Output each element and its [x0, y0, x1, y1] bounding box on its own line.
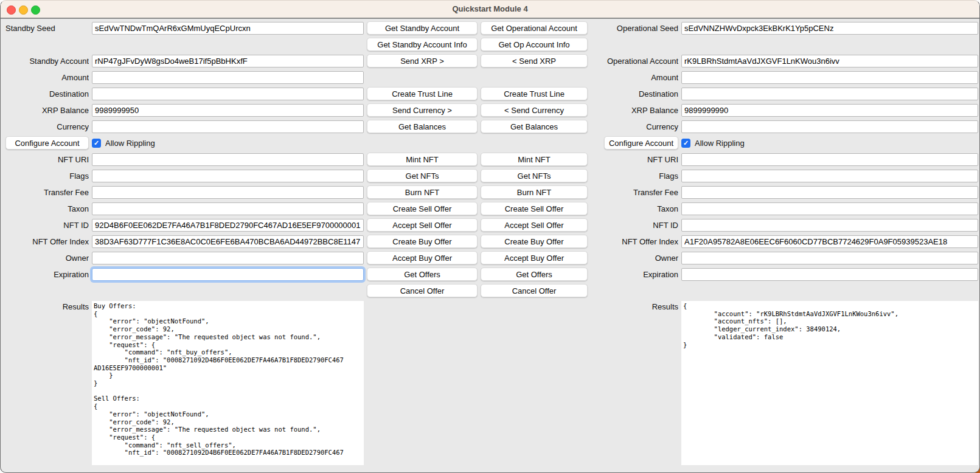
standby-destination-input[interactable] [92, 88, 364, 100]
standby-results-textarea[interactable]: Buy Offers: { "error": "objectNotFound",… [92, 301, 364, 465]
minimize-window-button[interactable] [19, 5, 28, 15]
screen: Quickstart Module 4 Standby Seed Standby… [0, 0, 980, 473]
accept-buy-offer-operational-button[interactable]: Accept Buy Offer [481, 251, 588, 264]
standby-owner-label: Owner [5, 250, 89, 266]
operational-nft-uri-label: NFT URI [591, 151, 678, 168]
standby-amount-input[interactable] [92, 71, 364, 84]
operational-account-label: Operational Account [591, 53, 678, 69]
get-balances-standby-button[interactable]: Get Balances [367, 120, 478, 133]
standby-nft-id-input[interactable] [92, 219, 364, 232]
operational-allow-rippling-row: ✓ Allow Rippling [681, 135, 978, 151]
accept-buy-offer-standby-button[interactable]: Accept Buy Offer [367, 251, 478, 264]
operational-expiration-label: Expiration [591, 266, 678, 283]
send-currency-left-button[interactable]: < Send Currency [481, 103, 588, 117]
window-title: Quickstart Module 4 [1, 1, 979, 18]
standby-nft-uri-input[interactable] [92, 153, 364, 166]
standby-flags-input[interactable] [92, 170, 364, 182]
operational-owner-label: Owner [591, 250, 678, 266]
get-op-account-info-button[interactable]: Get Op Account Info [481, 38, 588, 51]
get-offers-operational-button[interactable]: Get Offers [481, 268, 588, 281]
operational-owner-input[interactable] [681, 252, 978, 264]
operational-destination-label: Destination [591, 86, 678, 102]
cancel-offer-standby-button[interactable]: Cancel Offer [367, 284, 478, 297]
operational-currency-input[interactable] [681, 120, 978, 133]
operational-expiration-input[interactable] [681, 268, 978, 281]
standby-nft-uri-label: NFT URI [5, 151, 89, 168]
standby-configure-account-button[interactable]: Configure Account [5, 136, 89, 150]
operational-nft-offer-index-label: NFT Offer Index [591, 233, 678, 250]
operational-allow-rippling-checkbox[interactable]: ✓ [681, 139, 690, 148]
standby-currency-input[interactable] [92, 120, 364, 133]
operational-amount-input[interactable] [681, 71, 978, 84]
standby-destination-label: Destination [5, 86, 89, 102]
create-sell-offer-standby-button[interactable]: Create Sell Offer [367, 202, 478, 215]
send-currency-right-button[interactable]: Send Currency > [367, 103, 478, 117]
standby-expiration-input[interactable] [92, 268, 364, 281]
mint-nft-operational-button[interactable]: Mint NFT [481, 153, 588, 166]
standby-account-input[interactable] [92, 55, 364, 67]
standby-flags-label: Flags [5, 168, 89, 184]
send-xrp-right-button[interactable]: Send XRP > [367, 54, 478, 67]
standby-allow-rippling-label: Allow Rippling [105, 135, 155, 151]
standby-owner-input[interactable] [92, 252, 364, 264]
burn-nft-standby-button[interactable]: Burn NFT [367, 185, 478, 199]
create-trust-line-operational-button[interactable]: Create Trust Line [481, 87, 588, 100]
operational-taxon-input[interactable] [681, 202, 978, 215]
standby-results-label: Results [5, 299, 89, 314]
standby-expiration-label: Expiration [5, 266, 89, 283]
standby-taxon-input[interactable] [92, 202, 364, 215]
burn-nft-operational-button[interactable]: Burn NFT [481, 185, 588, 199]
operational-xrp-balance-label: XRP Balance [591, 102, 678, 119]
zoom-window-button[interactable] [31, 5, 40, 15]
standby-seed-label: Standby Seed [5, 20, 89, 36]
create-buy-offer-operational-button[interactable]: Create Buy Offer [481, 235, 588, 248]
send-xrp-left-button[interactable]: < Send XRP [481, 54, 588, 67]
standby-taxon-label: Taxon [5, 201, 89, 217]
operational-nft-id-input[interactable] [681, 219, 978, 232]
close-window-button[interactable] [7, 5, 16, 15]
operational-nft-offer-index-input[interactable] [681, 235, 978, 248]
titlebar[interactable]: Quickstart Module 4 [1, 1, 979, 19]
standby-account-label: Standby Account [5, 53, 89, 69]
operational-xrp-balance-input[interactable] [681, 104, 978, 117]
create-buy-offer-standby-button[interactable]: Create Buy Offer [367, 235, 478, 248]
operational-account-input[interactable] [681, 55, 978, 67]
operational-nft-uri-input[interactable] [681, 153, 978, 166]
accept-sell-offer-standby-button[interactable]: Accept Sell Offer [367, 218, 478, 232]
get-offers-standby-button[interactable]: Get Offers [367, 268, 478, 281]
operational-destination-input[interactable] [681, 88, 978, 100]
standby-seed-input[interactable] [92, 22, 364, 35]
standby-xrp-balance-label: XRP Balance [5, 102, 89, 119]
get-standby-account-button[interactable]: Get Standby Account [367, 21, 478, 35]
create-sell-offer-operational-button[interactable]: Create Sell Offer [481, 202, 588, 215]
app-window: Quickstart Module 4 Standby Seed Standby… [0, 0, 980, 473]
cancel-offer-operational-button[interactable]: Cancel Offer [481, 284, 588, 297]
get-operational-account-button[interactable]: Get Operational Account [481, 21, 588, 35]
main-content: Standby Seed Standby Account Amount Dest… [1, 19, 979, 472]
operational-flags-input[interactable] [681, 170, 978, 182]
operational-results-label: Results [591, 299, 678, 314]
operational-seed-input[interactable] [681, 22, 978, 35]
standby-allow-rippling-checkbox[interactable]: ✓ [92, 139, 101, 148]
standby-nft-offer-index-input[interactable] [92, 235, 364, 248]
operational-transfer-fee-input[interactable] [681, 186, 978, 199]
operational-transfer-fee-label: Transfer Fee [591, 184, 678, 201]
standby-nft-id-label: NFT ID [5, 217, 89, 233]
accept-sell-offer-operational-button[interactable]: Accept Sell Offer [481, 218, 588, 232]
standby-transfer-fee-label: Transfer Fee [5, 184, 89, 201]
operational-results-textarea[interactable]: { "account": "rK9LBRhStdmtAaVdJXGVF1LnKW… [681, 301, 978, 465]
operational-nft-id-label: NFT ID [591, 217, 678, 233]
create-trust-line-standby-button[interactable]: Create Trust Line [367, 87, 478, 100]
get-balances-operational-button[interactable]: Get Balances [481, 120, 588, 133]
get-standby-account-info-button[interactable]: Get Standby Account Info [367, 38, 478, 51]
standby-allow-rippling-row: ✓ Allow Rippling [92, 135, 364, 151]
operational-configure-account-button[interactable]: Configure Account [604, 136, 678, 150]
standby-xrp-balance-input[interactable] [92, 104, 364, 117]
get-nfts-standby-button[interactable]: Get NFTs [367, 169, 478, 182]
operational-taxon-label: Taxon [591, 201, 678, 217]
mint-nft-standby-button[interactable]: Mint NFT [367, 153, 478, 166]
standby-transfer-fee-input[interactable] [92, 186, 364, 199]
operational-allow-rippling-label: Allow Rippling [695, 135, 745, 151]
get-nfts-operational-button[interactable]: Get NFTs [481, 169, 588, 182]
standby-nft-offer-index-label: NFT Offer Index [5, 233, 89, 250]
